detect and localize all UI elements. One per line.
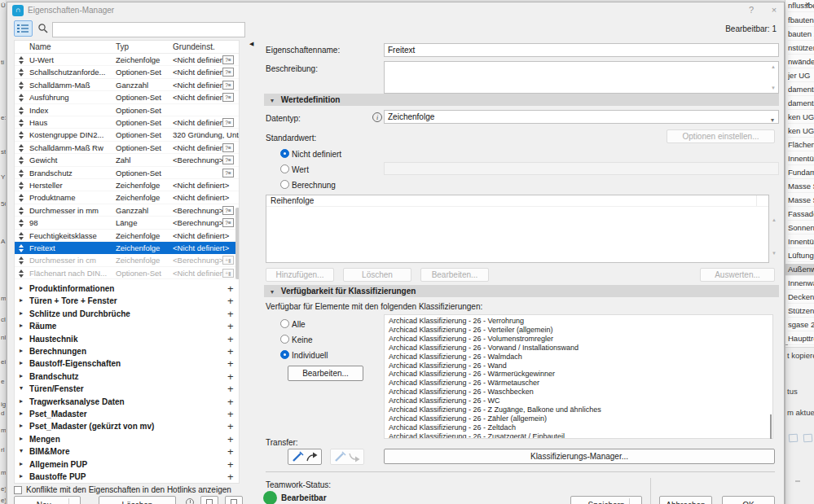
property-group-row[interactable]: ▸Produktinformationen+ — [15, 283, 239, 295]
options-set-icon[interactable]: ?≡ — [222, 156, 234, 164]
radio-berechnung-label[interactable]: Berechnung — [292, 181, 336, 190]
triangle-collapsed-icon[interactable]: ▸ — [20, 296, 23, 304]
triangle-collapsed-icon[interactable]: ▸ — [20, 422, 23, 429]
add-property-to-group-button[interactable]: + — [227, 345, 234, 357]
add-property-to-group-button[interactable]: + — [227, 408, 234, 420]
chevron-down-icon[interactable]: ▾ — [636, 497, 639, 504]
add-property-to-group-button[interactable]: + — [227, 420, 234, 432]
background-list-item[interactable]: damente E — [788, 84, 814, 96]
add-property-to-group-button[interactable]: + — [227, 396, 234, 408]
background-list-item[interactable]: Masse St — [788, 181, 814, 193]
loeschen-button[interactable]: Löschen — [343, 268, 411, 282]
background-list-item[interactable]: Innenwän — [788, 278, 814, 290]
scroll-down-icon[interactable]: ▼ — [772, 251, 777, 256]
search-input[interactable] — [52, 22, 245, 37]
property-group-row[interactable]: ▸Räume+ — [15, 320, 239, 332]
triangle-expanded-icon[interactable]: ▾ — [20, 384, 23, 392]
property-group-row[interactable]: ▸Pset_Madaster (gekürzt von mv)+ — [15, 420, 239, 432]
triangle-collapsed-icon[interactable]: ▸ — [20, 472, 23, 480]
property-row[interactable]: HausOptionen-Set<Nicht definiert>?≡ — [15, 116, 239, 129]
property-group-row[interactable]: ▸Berechnungen+ — [15, 345, 239, 357]
drag-handle-icon[interactable] — [18, 232, 25, 240]
classification-item[interactable]: Archicad Klassifizierung - 26 - Vorwand … — [385, 344, 772, 353]
dialog-titlebar[interactable]: ∩ Eigenschaften-Manager ? × — [7, 2, 784, 19]
help-icon[interactable]: ? — [746, 5, 757, 15]
background-list-item[interactable]: Sonnene — [788, 222, 814, 234]
section-klassifizierungen[interactable]: ▾ Verfügbarkeit für Klassifizierungen — [264, 285, 779, 297]
property-row[interactable]: HerstellerZeichenfolge<Nicht definiert> — [15, 179, 239, 191]
info-icon[interactable]: i — [372, 112, 382, 122]
list-scrollbar-thumb[interactable] — [235, 208, 240, 279]
search-icon[interactable] — [37, 23, 49, 37]
classification-item[interactable]: Archicad Klassifizierung - 26 - Zähler (… — [385, 414, 772, 423]
datentyp-select[interactable]: Zeichenfolge ▾ — [384, 110, 779, 124]
background-list-item[interactable]: bauten 25 — [788, 28, 814, 41]
scroll-down-icon[interactable]: ▼ — [771, 85, 776, 90]
column-header-name[interactable]: Name — [29, 42, 51, 51]
triangle-collapsed-icon[interactable]: ▸ — [20, 460, 23, 467]
add-property-to-group-button[interactable]: + — [227, 445, 234, 458]
cube-icon[interactable] — [803, 434, 813, 443]
klassifizierung-bearbeiten-button[interactable]: Bearbeiten... — [288, 366, 363, 381]
add-property-to-group-button[interactable]: + — [227, 458, 234, 471]
description-textarea[interactable]: ▲ ▼ — [384, 61, 779, 94]
drag-handle-icon[interactable] — [18, 156, 25, 164]
triangle-collapsed-icon[interactable]: ▸ — [20, 410, 23, 417]
background-list-item[interactable]: ken UG — [788, 112, 814, 124]
optionen-einstellen-button[interactable]: Optionen einstellen... — [667, 129, 775, 143]
klassifizierungs-manager-button[interactable]: Klassifizierungs-Manager... — [384, 449, 775, 464]
column-header-typ[interactable]: Typ — [116, 42, 129, 51]
drag-handle-icon[interactable] — [18, 219, 25, 227]
radio-individuell[interactable] — [280, 350, 289, 359]
history-clock-icon[interactable] — [186, 498, 194, 504]
radio-alle[interactable] — [280, 319, 289, 328]
drag-handle-icon[interactable] — [18, 81, 25, 90]
radio-berechnung[interactable] — [280, 180, 289, 189]
drag-handle-icon[interactable] — [18, 256, 25, 265]
triangle-collapsed-icon[interactable]: ▸ — [20, 322, 23, 329]
add-property-to-group-button[interactable]: + — [227, 320, 234, 332]
collapse-triangle-icon[interactable]: ▾ — [271, 94, 274, 107]
add-property-to-group-button[interactable]: + — [227, 370, 234, 383]
background-list-item[interactable]: Masse St — [788, 195, 814, 207]
bearbeiten-button[interactable]: Bearbeiten... — [420, 268, 489, 282]
drag-handle-icon[interactable] — [18, 56, 25, 64]
options-set-icon[interactable]: ?≡ — [222, 218, 234, 227]
drag-handle-icon[interactable] — [18, 207, 25, 215]
property-row[interactable]: ProduktnameZeichenfolge<Nicht definiert> — [15, 191, 239, 204]
radio-alle-label[interactable]: Alle — [292, 320, 306, 329]
options-set-icon[interactable]: ?≡ — [222, 206, 234, 215]
radio-wert[interactable] — [280, 164, 289, 173]
background-list-item[interactable]: jer UG — [788, 70, 814, 82]
property-row[interactable]: 98Länge<Berechnung>?≡ — [15, 217, 239, 229]
drag-handle-icon[interactable] — [18, 169, 25, 177]
triangle-collapsed-icon[interactable]: ▸ — [20, 347, 23, 354]
transfer-inject-button[interactable] — [330, 449, 364, 465]
radio-nicht-definiert[interactable] — [280, 149, 289, 158]
options-set-icon[interactable]: ?≡ — [222, 143, 234, 152]
speichern-button[interactable]: Speichern ▾ — [570, 496, 642, 504]
auswerten-button[interactable]: Auswerten... — [700, 268, 775, 282]
property-row[interactable]: GewichtZahl<Berechnung>?≡ — [15, 154, 239, 166]
property-row[interactable]: U-WertZeichenfolge<Nicht definiert>?≡ — [15, 54, 239, 66]
property-group-row[interactable]: ▸Haustechnik+ — [15, 333, 239, 345]
property-group-row[interactable]: ▸Tragwerksanalyse Daten+ — [15, 396, 239, 408]
add-property-to-group-button[interactable]: + — [227, 471, 234, 483]
add-property-to-group-button[interactable]: + — [227, 295, 234, 307]
radio-wert-label[interactable]: Wert — [292, 165, 309, 174]
ok-button[interactable]: OK — [722, 496, 775, 504]
property-group-row[interactable]: ▸Baustoffe PUP+ — [15, 471, 239, 483]
cube-icon[interactable] — [789, 434, 799, 443]
options-set-icon[interactable]: ?≡ — [222, 68, 234, 77]
add-property-to-group-button[interactable]: + — [227, 357, 234, 370]
radio-individuell-label[interactable]: Individuell — [292, 351, 328, 360]
options-set-icon[interactable]: ?≡ — [222, 118, 234, 127]
drag-handle-icon[interactable] — [18, 131, 25, 139]
scroll-up-icon[interactable]: ▲ — [772, 217, 777, 222]
property-row[interactable]: AusführungOptionen-Set<Nicht definiert>?… — [15, 91, 239, 103]
classification-item[interactable]: Archicad Klassifizierung - 26 - Verteile… — [385, 326, 772, 335]
options-set-icon[interactable]: ?≡ — [222, 55, 234, 64]
drag-handle-icon[interactable] — [18, 270, 25, 278]
property-group-row[interactable]: ▾BIM&More+ — [15, 445, 239, 458]
options-set-icon[interactable]: ?≡ — [222, 169, 234, 177]
